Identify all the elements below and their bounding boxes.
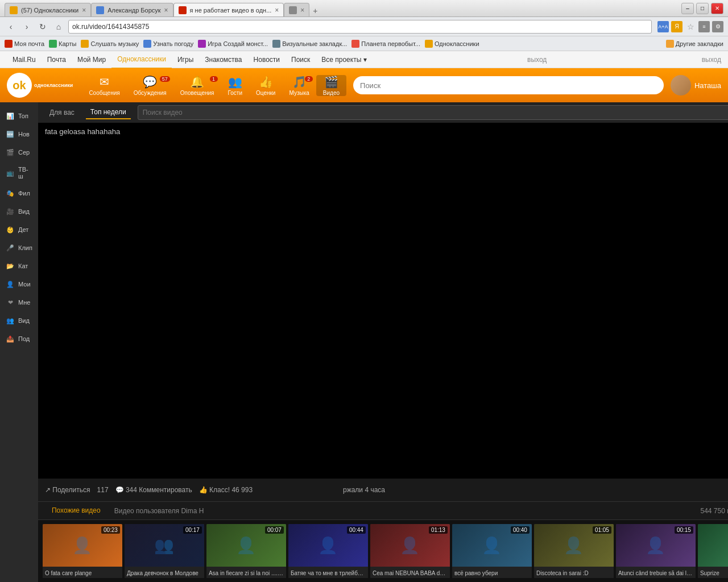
tab-close-borsuk[interactable]: × [164, 6, 168, 14]
likes-icon: 👍 [259, 75, 273, 89]
sidebar-subscriptions-label: Под [18, 335, 30, 342]
tab-video[interactable]: я не работает видео в одн... × [173, 3, 284, 16]
ok-nav-notifications[interactable]: 1 🔔 Оповещения [173, 75, 221, 96]
thumb-2[interactable]: 👥 00:17 Драка девчонок в Молдове [125, 524, 204, 578]
topnav-moimire[interactable]: Мой Мир [72, 51, 111, 68]
close-button[interactable]: ✕ [711, 3, 723, 14]
sidebar-kids[interactable]: 👶 Дет [0, 221, 38, 239]
tab-close-ok[interactable]: × [82, 6, 86, 14]
translate-icon[interactable]: A+A [657, 21, 669, 32]
sidebar-kids-label: Дет [18, 226, 28, 233]
bookmark-ok[interactable]: Одноклассники [425, 40, 479, 48]
address-bar[interactable]: ok.ru/video/16414345875 [68, 20, 652, 34]
bookmark-kart[interactable]: Карты [49, 40, 76, 48]
likes-label: Оценки [256, 90, 275, 96]
tab-empty[interactable]: × [284, 3, 309, 16]
topnav-logout[interactable]: выход [522, 51, 552, 68]
thumb-1[interactable]: 👤 00:23 О fata care plange [43, 524, 122, 578]
tab-borsuk[interactable]: Александр Борсук × [91, 3, 173, 16]
ok-avatar[interactable] [671, 75, 691, 95]
ok-search-input[interactable] [353, 76, 664, 94]
thumb-4[interactable]: 👤 00:44 Батяе ча то мне в трлейбузул нр.… [288, 524, 368, 578]
topnav-pochta[interactable]: Почта [42, 51, 72, 68]
sidebar-my[interactable]: 👤 Мои [0, 275, 38, 293]
sidebar-clips[interactable]: 🎤 Клип [0, 239, 38, 257]
settings-icon[interactable]: ⚙ [712, 21, 723, 32]
comment-button[interactable]: 💬 344 Комментировать [115, 486, 192, 494]
thumb-9[interactable]: 👤 00:15 Suprize [698, 524, 728, 578]
tab-close-empty[interactable]: × [300, 6, 304, 14]
topnav-novosti[interactable]: Новости [248, 51, 286, 68]
home-button[interactable]: ⌂ [52, 20, 65, 33]
like-button[interactable]: 👍 Класс! 46 993 [199, 486, 253, 494]
share-button[interactable]: ↗ Поделиться [45, 486, 90, 494]
bookmark-planet[interactable]: Планета первобыт... [351, 40, 420, 48]
tab-top-week[interactable]: Топ недели [86, 106, 131, 119]
topnav-mailru[interactable]: Mail.Ru [7, 51, 42, 68]
ok-nav-music[interactable]: 2 🎵 Музыка [282, 75, 316, 96]
bookmark-music[interactable]: Слушать музыку [81, 40, 139, 48]
video-search[interactable]: 🔍 [138, 105, 728, 120]
reload-button[interactable]: ↻ [36, 20, 49, 33]
video-player[interactable]: fata geloasa hahahaha [38, 123, 728, 479]
ok-nav-guests[interactable]: 👥 Гости [221, 75, 249, 96]
tab-user-video[interactable]: Видео пользователя Dima H [107, 502, 211, 520]
bookmark-weather-label: Узнать погоду [153, 40, 193, 47]
maximize-button[interactable]: □ [696, 3, 709, 14]
bookmark-more-label: Другие закладки [676, 40, 723, 47]
yandex-icon[interactable]: Я [671, 21, 682, 32]
ok-nav-video[interactable]: 🎬 Видео [316, 75, 346, 96]
topnav-ok[interactable]: Одноклассники [111, 51, 172, 69]
topnav-igry[interactable]: Игры [172, 51, 199, 68]
bookmark-mailru[interactable]: Моя почта [5, 40, 44, 48]
sidebar-subscriptions[interactable]: 📤 Под [0, 330, 38, 348]
thumb-8[interactable]: 👤 00:15 Atunci când trebuie să dai locul… [616, 524, 696, 578]
sidebar-clips-icon: 🎤 [6, 243, 15, 252]
ok-username[interactable]: Наташа [694, 81, 721, 90]
ok-nav-likes[interactable]: 👍 Оценки [249, 75, 282, 96]
topnav-projects[interactable]: Все проекты ▾ [316, 51, 372, 68]
sidebar-tv[interactable]: 📺 ТВ-ш [0, 161, 38, 184]
back-button[interactable]: ‹ [5, 20, 17, 33]
sidebar-liked[interactable]: ❤ Мне [0, 293, 38, 311]
topnav-poisk[interactable]: Поиск [286, 51, 316, 68]
tab-similar[interactable]: Похожие видео [45, 501, 107, 521]
new-tab-button[interactable]: + [309, 5, 321, 16]
tab-odnoklassniki[interactable]: (57) Одноклассники × [5, 3, 91, 16]
forward-button[interactable]: › [20, 20, 33, 33]
ok-logo[interactable]: ok одноклассники [7, 73, 73, 98]
views-count: 544 750 просмотров [701, 507, 729, 515]
logout-label[interactable]: выход [702, 56, 721, 64]
tab-close-video[interactable]: × [275, 6, 279, 14]
topnav-znakomstva[interactable]: Знакомства [199, 51, 247, 68]
ok-nav-messages[interactable]: ✉ Сообщения [82, 75, 126, 96]
sidebar-new[interactable]: 🆕 Нов [0, 125, 38, 143]
thumb-3[interactable]: 👤 00:07 Asa in fiecare zi si la noi ....… [206, 524, 286, 578]
tab-favicon-borsuk [96, 6, 104, 14]
sidebar-series[interactable]: 🎬 Сер [0, 143, 38, 161]
sidebar-kids-icon: 👶 [6, 225, 15, 234]
sidebar-categories[interactable]: 📂 Кат [0, 257, 38, 275]
bookmark-game[interactable]: Игра Создай монст... [198, 40, 268, 48]
video-search-input[interactable] [138, 105, 728, 120]
video-icon: 🎬 [324, 75, 338, 89]
ok-search[interactable] [353, 76, 664, 94]
thumb-7[interactable]: 👤 01:05 Discoteca in sarai :D [534, 524, 614, 578]
sidebar-films[interactable]: 🎭 Фил [0, 184, 38, 202]
thumb-6[interactable]: 👤 00:40 всё равно убери [452, 524, 532, 578]
minimize-button[interactable]: – [681, 3, 694, 14]
ok-nav-discussions[interactable]: 57 💬 Обсуждения [127, 75, 173, 96]
menu-icon[interactable]: ≡ [698, 21, 710, 32]
sidebar-top[interactable]: 📊 Топ [0, 107, 38, 125]
music-label: Музыка [289, 90, 309, 96]
thumb-5[interactable]: 👤 01:13 Cea mai NEBUNA BABA de pe [370, 524, 450, 578]
bookmark-more[interactable]: Другие закладки [666, 40, 723, 48]
guests-icon: 👥 [228, 75, 242, 89]
bookmark-weather[interactable]: Узнать погоду [143, 40, 193, 48]
bookmark-visual[interactable]: Визуальные закладк... [272, 40, 347, 48]
tab-for-you[interactable]: Для вас [45, 106, 79, 119]
sidebar-video[interactable]: 🎥 Вид [0, 202, 38, 221]
bookmark-star-icon[interactable]: ☆ [685, 21, 696, 32]
sidebar-clips-label: Клип [18, 244, 32, 251]
sidebar-friends-video[interactable]: 👥 Вид [0, 311, 38, 330]
